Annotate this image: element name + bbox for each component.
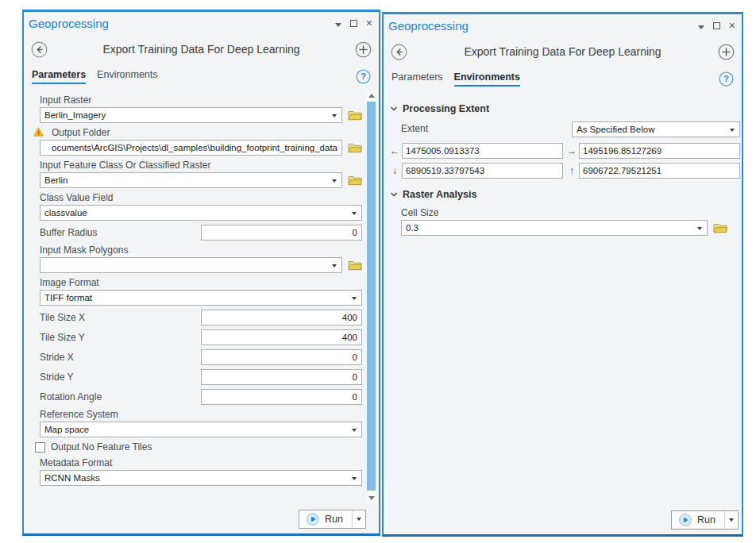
rotation-angle-input[interactable]: 0 [201, 389, 362, 405]
run-options-arrow[interactable] [725, 511, 738, 529]
chevron-down-icon [730, 129, 735, 132]
geoprocessing-panel-left: Geoprocessing × Export Training Data For… [22, 10, 380, 536]
output-folder-browse-button[interactable] [348, 142, 362, 153]
tab-environments[interactable]: Environments [454, 71, 520, 87]
add-to-project-button[interactable] [355, 41, 372, 58]
input-raster-browse-button[interactable] [348, 110, 362, 121]
input-mask-polygons-combo[interactable] [40, 257, 342, 273]
cell-size-browse-button[interactable] [713, 222, 727, 233]
metadata-format-combo[interactable]: RCNN Masks [40, 470, 362, 486]
tool-title: Export Training Data For Deep Learning [407, 45, 718, 58]
stride-y-input[interactable]: 0 [201, 369, 362, 385]
maximize-icon[interactable] [713, 18, 720, 33]
svg-text:?: ? [361, 71, 366, 81]
plus-circle-icon [355, 41, 372, 58]
pane-menu-icon[interactable] [335, 16, 341, 30]
chevron-down-icon [332, 179, 337, 183]
chevron-down-icon [352, 212, 357, 215]
tile-size-x-label: Tile Size X [40, 312, 201, 323]
chevron-down-icon [390, 191, 398, 198]
plus-circle-icon [718, 44, 735, 60]
input-feature-class-combo[interactable]: Berlin [40, 172, 342, 188]
tab-parameters[interactable]: Parameters [32, 69, 86, 84]
geoprocessing-panel-right: Geoprocessing × Export Training Data For… [382, 12, 743, 537]
tab-parameters[interactable]: Parameters [392, 71, 443, 87]
stride-x-input[interactable]: 0 [201, 349, 362, 365]
processing-extent-section-header[interactable]: Processing Extent [390, 103, 740, 114]
cell-size-combo[interactable]: 0.3 [401, 220, 708, 236]
tile-size-x-input[interactable]: 400 [201, 310, 362, 325]
pane-titlebar: Geoprocessing × [24, 12, 379, 33]
output-folder-label: Output Folder [40, 127, 362, 138]
buffer-radius-label: Buffer Radius [40, 227, 201, 238]
pane-title: Geoprocessing [29, 17, 109, 30]
stride-y-label: Stride Y [40, 372, 201, 383]
reference-system-label: Reference System [40, 409, 362, 420]
arrow-down-icon: ↓ [390, 165, 399, 176]
pane-title: Geoprocessing [388, 19, 469, 33]
extent-xmax-input[interactable]: 1495196.85127269 [579, 143, 740, 159]
tool-header: Export Training Data For Deep Learning [24, 33, 379, 66]
help-icon[interactable]: ? [719, 71, 734, 87]
extent-ymax-input[interactable]: 6906722.79521251 [579, 163, 740, 179]
vertical-scrollbar[interactable] [366, 90, 376, 503]
panel-footer: Run [384, 506, 742, 534]
run-split-button: Run [299, 510, 366, 529]
arrow-left-icon: ← [390, 145, 399, 156]
folder-icon [348, 175, 362, 186]
play-icon [307, 513, 319, 526]
folder-icon [348, 110, 362, 121]
folder-icon [713, 222, 727, 233]
tab-bar: Parameters Environments ? [384, 68, 742, 92]
panel-footer: Run [24, 505, 379, 533]
run-button[interactable]: Run [672, 511, 724, 529]
maximize-icon[interactable] [350, 16, 357, 30]
input-raster-label: Input Raster [40, 94, 362, 106]
tile-size-y-label: Tile Size Y [40, 332, 201, 343]
tool-title: Export Training Data For Deep Learning [48, 43, 355, 56]
image-format-combo[interactable]: TIFF format [40, 290, 362, 306]
class-value-field-label: Class Value Field [40, 192, 362, 203]
metadata-format-label: Metadata Format [40, 457, 362, 468]
class-value-field-combo[interactable]: classvalue [40, 205, 362, 221]
back-button[interactable] [31, 41, 48, 58]
extent-xmin-input[interactable]: 1475005.0913373 [402, 143, 563, 159]
reference-system-combo[interactable]: Map space [40, 422, 362, 437]
play-icon [679, 514, 692, 526]
input-feature-class-label: Input Feature Class Or Classified Raster [40, 160, 362, 171]
input-mask-polygons-label: Input Mask Polygons [40, 245, 362, 256]
svg-text:?: ? [723, 74, 729, 83]
tab-environments[interactable]: Environments [97, 69, 157, 84]
output-no-feature-tiles-label: Output No Feature Tiles [51, 441, 152, 452]
warning-icon: ! [33, 127, 44, 137]
chevron-down-icon [697, 227, 702, 230]
run-options-arrow[interactable] [353, 510, 365, 528]
tile-size-y-input[interactable]: 400 [201, 329, 362, 345]
extent-ymin-input[interactable]: 6890519.33797543 [402, 163, 563, 179]
folder-icon [348, 260, 362, 271]
scrollbar-thumb[interactable] [367, 102, 376, 491]
svg-text:!: ! [37, 129, 40, 137]
extent-combo[interactable]: As Specified Below [572, 121, 740, 137]
close-icon[interactable]: × [366, 19, 372, 27]
run-button[interactable]: Run [299, 510, 352, 528]
pane-titlebar: Geoprocessing × [384, 14, 742, 35]
raster-analysis-section-header[interactable]: Raster Analysis [390, 189, 740, 200]
pane-menu-icon[interactable] [698, 18, 704, 33]
input-raster-combo[interactable]: Berlin_Imagery [40, 107, 342, 123]
help-icon[interactable]: ? [356, 69, 371, 84]
close-icon[interactable]: × [729, 21, 735, 29]
scrollbar-down-button[interactable] [366, 493, 376, 503]
output-folder-input[interactable]: ocuments\ArcGIS\Projects\dl_samples\buil… [40, 140, 342, 156]
arrow-right-icon: → [567, 145, 577, 156]
input-mask-polygons-browse-button[interactable] [348, 260, 362, 271]
input-feature-class-browse-button[interactable] [348, 175, 362, 186]
chevron-down-icon [390, 105, 398, 113]
chevron-down-icon [352, 477, 357, 480]
back-button[interactable] [391, 44, 407, 60]
output-no-feature-tiles-checkbox[interactable] [35, 442, 45, 452]
chevron-down-icon [352, 429, 357, 432]
scrollbar-up-button[interactable] [366, 90, 376, 101]
add-to-project-button[interactable] [718, 44, 735, 60]
buffer-radius-input[interactable]: 0 [201, 225, 362, 241]
